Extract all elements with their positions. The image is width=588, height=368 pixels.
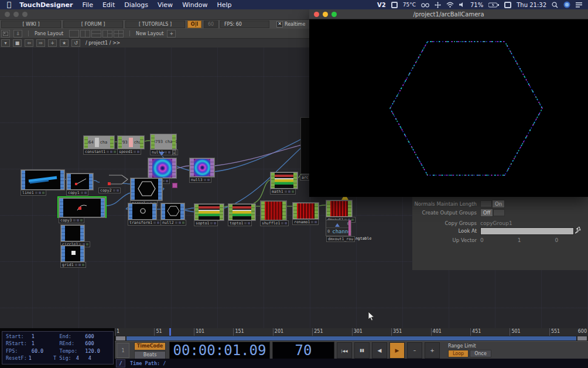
input-connector[interactable]: [84, 137, 88, 148]
node-flag[interactable]: [84, 192, 87, 194]
output-connector[interactable]: [210, 159, 214, 176]
node-flag[interactable]: [137, 151, 139, 153]
node-flag[interactable]: [134, 151, 136, 153]
node-flag[interactable]: [204, 179, 206, 181]
node-label[interactable]: renamo1: [292, 219, 319, 225]
normals-toggle-on[interactable]: On: [492, 200, 505, 208]
node-flag[interactable]: [82, 264, 84, 266]
scrollbar-right-cap[interactable]: [577, 336, 587, 340]
end-value[interactable]: 600: [85, 333, 113, 339]
toggle-track[interactable]: [480, 200, 492, 207]
node-copy2[interactable]: copy2: [98, 172, 135, 187]
node-label[interactable]: line1: [20, 190, 46, 196]
node-flag[interactable]: [80, 219, 83, 222]
node-flag[interactable]: [281, 222, 283, 224]
node-copy1[interactable]: copy1: [66, 173, 94, 189]
close-button[interactable]: [5, 12, 10, 17]
zoom-button[interactable]: [22, 12, 28, 17]
input-connector[interactable]: [118, 137, 122, 148]
output-connector[interactable]: [80, 246, 84, 261]
photos-status-icon[interactable]: [391, 2, 398, 8]
resetf-value[interactable]: 1: [29, 355, 53, 361]
node-flag[interactable]: [214, 222, 216, 224]
tsig-den[interactable]: 4: [88, 355, 113, 361]
node-ramp1[interactable]: ramp1: [148, 158, 177, 178]
menu-help[interactable]: Help: [217, 1, 232, 9]
node-label[interactable]: copy1: [66, 190, 88, 196]
output-connector[interactable]: [251, 205, 255, 220]
output-connector[interactable]: [80, 226, 84, 241]
output-connector[interactable]: [293, 173, 297, 188]
node-flag[interactable]: [285, 222, 287, 224]
output-connector[interactable]: [140, 137, 143, 148]
play-reverse-button[interactable]: ◀: [372, 342, 387, 359]
node-copy3-selected[interactable]: copy3: [59, 197, 105, 217]
scrollbar-left-cap[interactable]: [116, 336, 125, 340]
node-flag[interactable]: [153, 222, 156, 224]
node-flag[interactable]: [75, 264, 77, 266]
menu-dialogs[interactable]: Dialogs: [124, 1, 148, 9]
forward-icon[interactable]: ⇨: [36, 39, 45, 47]
timeline-scrollbar[interactable]: [115, 336, 588, 341]
timecode-mode-button[interactable]: TimeCode: [134, 342, 166, 350]
node-flag[interactable]: [314, 221, 317, 223]
minimize-button[interactable]: [13, 12, 19, 17]
up-vector-y[interactable]: 1: [518, 237, 521, 243]
node-flag[interactable]: [168, 151, 170, 154]
node-flag[interactable]: [86, 243, 88, 246]
node-label[interactable]: constant1: [83, 149, 118, 155]
node-flag[interactable]: [165, 151, 167, 154]
node-label[interactable]: null2: [160, 220, 186, 226]
pane-menu-icon[interactable]: ▾: [1, 39, 10, 47]
battery-percent[interactable]: 71%: [470, 2, 483, 8]
rend-value[interactable]: 600: [85, 340, 113, 346]
layout-quad-button[interactable]: [114, 30, 124, 38]
once-button[interactable]: Once: [470, 350, 491, 357]
v2-status-item[interactable]: V2: [377, 2, 386, 8]
fps-field[interactable]: FPS: 60: [220, 21, 269, 28]
output-connector[interactable]: [158, 179, 162, 200]
look-at-field[interactable]: [480, 227, 574, 235]
node-dmxout1[interactable]: dmxout1: [326, 200, 353, 216]
node-renamo1[interactable]: renamo1: [292, 202, 319, 219]
node-transform1[interactable]: transform1: [128, 203, 157, 219]
up-vector-z[interactable]: 0: [555, 237, 558, 243]
node-flag[interactable]: [248, 222, 250, 224]
node-flag[interactable]: [39, 192, 41, 194]
node-grid1[interactable]: grid1: [60, 245, 85, 261]
node-sopto1[interactable]: sopto1: [194, 203, 224, 220]
node-flag[interactable]: [113, 189, 115, 192]
bookmark-star-icon[interactable]: ★: [60, 39, 69, 47]
forum-button[interactable]: [ FORUM ]: [63, 21, 123, 28]
time-path-root-button[interactable]: /: [116, 359, 125, 367]
node-flag[interactable]: [77, 219, 79, 222]
node-flag[interactable]: [175, 222, 177, 224]
tempo-value[interactable]: 120.0: [85, 348, 113, 354]
add-icon[interactable]: +: [48, 39, 57, 47]
node-flag[interactable]: [285, 190, 287, 193]
output-connector[interactable]: [282, 202, 286, 220]
move-tool-icon[interactable]: [435, 2, 441, 8]
menu-file[interactable]: File: [83, 1, 93, 9]
node-label[interactable]: null3: [189, 177, 211, 183]
node-null1[interactable]: 3793chan1 null1+: [150, 134, 177, 149]
node-flag[interactable]: [78, 264, 81, 266]
viewer-titlebar[interactable]: /project1/arcBallCamera: [309, 9, 588, 19]
arcballcamera-viewer-window[interactable]: /project1/arcBallCamera: [309, 9, 588, 196]
node-flag[interactable]: [81, 192, 83, 194]
node-flag[interactable]: [311, 221, 313, 223]
node-comment-flag[interactable]: [172, 183, 177, 188]
node-null2[interactable]: null2: [160, 203, 185, 219]
stop-icon[interactable]: ■: [13, 39, 22, 47]
rstart-value[interactable]: 1: [32, 340, 60, 346]
input-connector[interactable]: [151, 135, 155, 149]
breadcrumb[interactable]: / project1 / >>: [86, 40, 120, 46]
expand-button[interactable]: +: [172, 150, 177, 155]
node-label[interactable]: topto1: [228, 220, 252, 226]
node-circle1[interactable]: circle1: [60, 224, 85, 241]
input-source-icon[interactable]: [504, 2, 511, 8]
step-forward-button[interactable]: +: [425, 342, 440, 359]
beats-mode-button[interactable]: Beats: [134, 351, 166, 359]
volume-icon[interactable]: [459, 2, 465, 8]
node-flag[interactable]: [110, 151, 112, 153]
